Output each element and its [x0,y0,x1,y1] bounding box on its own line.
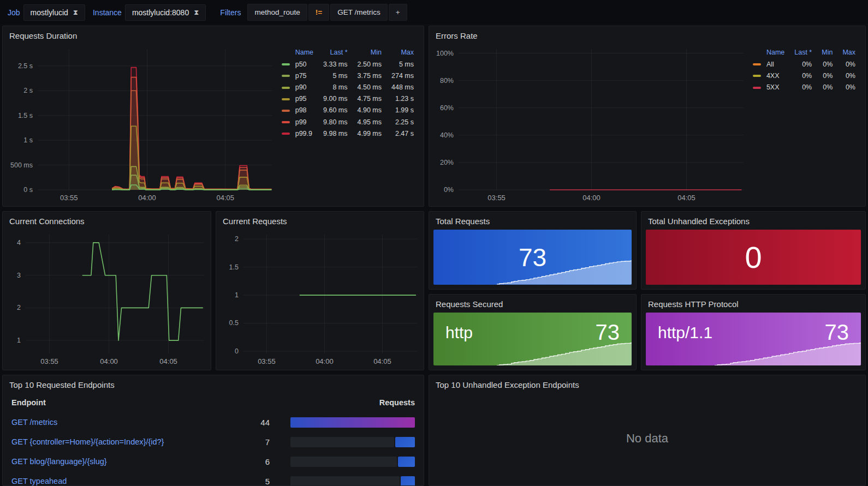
legend-row: p503.33 ms2.50 ms5 ms [280,58,414,70]
legend-stat-last: 8 ms [313,81,347,93]
series-color-swatch [282,110,290,112]
series-color-swatch [282,98,290,100]
series-name[interactable]: p95 [290,93,313,105]
bar-gauge-fill [395,437,415,447]
series-name[interactable]: p50 [290,58,313,70]
svg-text:0.5: 0.5 [229,319,239,327]
request-count-bar-gauge [290,417,415,428]
legend-column-header[interactable]: Last * [784,47,812,58]
series-name[interactable]: p90 [290,81,313,93]
legend-stat-min: 4.95 ms [348,116,382,128]
legend-stat-min: 0% [812,70,833,81]
time-series-canvas[interactable]: 0 s500 ms1 s1.5 s2 s2.5 s03:5504:0004:05 [5,43,278,205]
panel-current-requests: Current Requests 00.511.5203:5504:0004:0… [216,211,424,370]
series-name[interactable]: p99.9 [290,128,313,139]
adhoc-filter-group: method_route != GET /metrics + [247,4,407,21]
series-name[interactable]: 5XX [761,81,784,93]
legend-table: NameLast *MinMaxp503.33 ms2.50 ms5 msp75… [280,47,414,139]
filter-operator-button[interactable]: != [308,4,329,21]
add-filter-button[interactable]: + [389,4,407,21]
panel-title[interactable]: Total Requests [429,212,636,227]
legend-column-header[interactable]: Max [382,47,414,58]
series-color-swatch [282,133,290,135]
legend-header-row: NameLast *MinMax [751,47,855,58]
legend-column-header[interactable]: Name [290,47,313,58]
svg-text:03:55: 03:55 [60,194,78,202]
job-variable-dropdown[interactable]: mostlylucid ⧗ [23,4,85,21]
legend-row: p755 ms3.75 ms274 ms [280,70,414,81]
panel-title[interactable]: Total Unhandled Exceptions [641,212,865,227]
time-series-canvas[interactable]: 00.511.5203:5504:0004:05 [218,228,423,369]
legend-column-header[interactable]: Name [761,47,784,58]
svg-text:0: 0 [235,347,239,355]
time-series-canvas[interactable]: 123403:5504:0004:05 [5,228,210,369]
panel-requests-duration: Requests Duration 0 s500 ms1 s1.5 s2 s2.… [2,26,424,207]
endpoint-request-count: 7 [238,437,270,447]
panel-total-unhandled-exceptions: Total Unhandled Exceptions 0 [641,211,866,290]
series-color-swatch [753,75,761,77]
svg-text:0%: 0% [444,186,454,194]
time-series-canvas[interactable]: 0%20%40%60%80%100%03:5504:0004:05 [431,43,749,205]
panel-title[interactable]: Top 10 Requested Endpoints [3,375,424,391]
instance-variable-dropdown[interactable]: mostlylucid:8080 ⧗ [125,4,206,21]
stat-background: http/1.1 73 [646,313,861,365]
svg-text:20%: 20% [440,159,454,166]
series-name[interactable]: p99 [290,116,313,128]
bar-gauge-fill [401,476,415,486]
panel-top-exception-endpoints: Top 10 Unhandled Exception Endpoints No … [429,375,866,486]
series-color-swatch [282,121,290,123]
legend-stat-last: 3.33 ms [313,58,347,70]
endpoint-column-header[interactable]: Endpoint [11,398,238,407]
series-name[interactable]: All [761,58,784,70]
endpoint-request-count: 44 [238,418,270,427]
panel-title[interactable]: Top 10 Unhandled Exception Endpoints [429,375,865,391]
legend-column-header[interactable]: Max [833,47,855,58]
series-name[interactable]: p98 [290,105,313,116]
filter-field-button[interactable]: method_route [247,4,307,21]
endpoints-table: Endpoint Requests GET /metrics44GET {con… [3,392,424,485]
panel-title[interactable]: Current Requests [216,212,424,227]
panel-title[interactable]: Requests HTTP Protocol [641,295,865,310]
bar-gauge-track [290,437,394,447]
svg-text:03:55: 03:55 [258,357,276,365]
endpoint-link[interactable]: GET /metrics [11,418,238,427]
panel-top-requested-endpoints: Top 10 Requested Endpoints Endpoint Requ… [2,375,424,486]
job-variable-value: mostlylucid [31,8,68,17]
request-count-bar-gauge [290,437,415,447]
svg-text:1.5 s: 1.5 s [18,112,33,119]
legend-column-header[interactable]: Last * [313,47,347,58]
legend-stat-max: 448 ms [382,81,414,93]
svg-text:04:05: 04:05 [373,357,391,365]
svg-text:04:00: 04:00 [316,357,334,365]
svg-text:2 s: 2 s [23,87,33,94]
panel-title[interactable]: Current Connections [3,212,211,227]
stat-background: 73 [433,230,632,285]
stat-background: 0 [646,230,861,285]
panel-title[interactable]: Requests Duration [3,26,424,42]
legend-stat-max: 1.23 s [382,93,414,105]
legend-stat-last: 9.60 ms [313,105,347,116]
stat-background: http 73 [433,313,632,365]
svg-text:04:00: 04:00 [138,194,156,202]
legend-column-header[interactable]: Min [348,47,382,58]
series-color-swatch [282,63,290,65]
series-name[interactable]: p75 [290,70,313,81]
hourglass-icon: ⧗ [73,9,78,16]
svg-text:1 s: 1 s [23,136,33,144]
endpoint-link[interactable]: GET typeahead [11,477,238,485]
panel-title[interactable]: Requests Secured [429,295,636,310]
endpoint-link[interactable]: GET blog/{language}/{slug} [11,457,238,466]
legend-column-header[interactable]: Min [812,47,833,58]
requests-column-header[interactable]: Requests [238,398,415,407]
endpoint-link[interactable]: GET {controller=Home}/{action=Index}/{id… [11,437,238,446]
series-name[interactable]: 4XX [761,70,784,81]
filter-value-button[interactable]: GET /metrics [330,4,388,21]
legend-row: p959.00 ms4.75 ms1.23 s [280,93,414,105]
legend-stat-min: 0% [812,58,833,70]
panel-title[interactable]: Errors Rate [429,26,865,42]
legend-stat-max: 0% [833,58,855,70]
legend-stat-max: 274 ms [382,70,414,81]
svg-text:3: 3 [17,272,21,279]
panel-body: 00.511.5203:5504:0004:05 [218,228,423,369]
legend-stat-min: 4.75 ms [348,93,382,105]
